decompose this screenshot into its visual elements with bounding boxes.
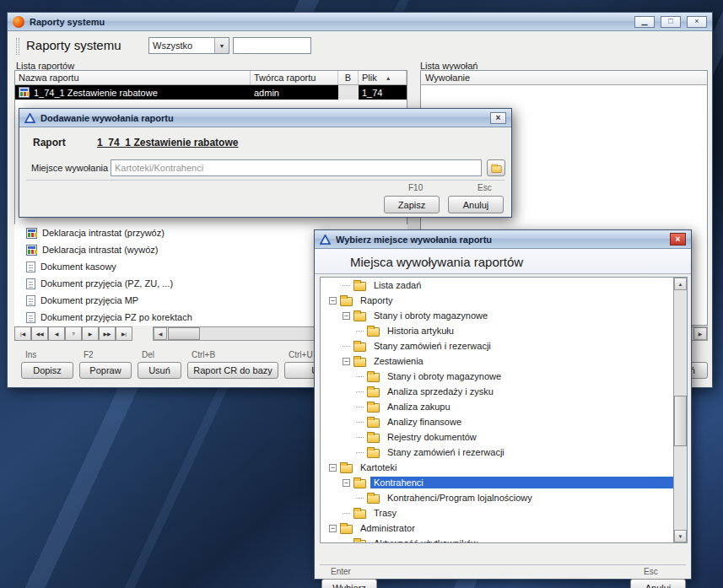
column-header-file[interactable]: Plik ▲	[359, 71, 407, 84]
cancel-button[interactable]: Anuluj	[630, 579, 686, 588]
action-report-cr-to-db: Ctrl+BRaport CR do bazy	[187, 350, 278, 379]
nav-help-button[interactable]: ?	[65, 326, 82, 341]
report-icon	[26, 228, 37, 239]
tree-node[interactable]: −Administrator	[321, 521, 675, 536]
tree-node[interactable]: −Raporty	[321, 293, 675, 308]
save-button[interactable]: Zapisz	[384, 196, 440, 213]
doc-icon	[26, 295, 35, 306]
close-icon[interactable]: ×	[670, 233, 686, 245]
tree-node[interactable]: Trasy	[321, 505, 675, 521]
report-row-label: Dokument przyjęcia (PZ, ZU, ...)	[40, 278, 173, 289]
browse-place-button[interactable]	[487, 159, 505, 176]
tree-node-label: Administrator	[357, 522, 418, 534]
vertical-scrollbar[interactable]: ▲ ▼	[673, 278, 687, 542]
add-call-dialog-body: Raport 1_74_1 Zestawienie rabatowe Miejs…	[19, 127, 511, 217]
tree-node[interactable]: Kontrahenci/Program lojalnościowy	[321, 490, 675, 505]
nav-prior-button[interactable]: ◀	[48, 326, 65, 341]
place-input[interactable]	[111, 159, 482, 176]
tree-node[interactable]: −Stany i obroty magazynowe	[321, 308, 675, 323]
tree-connector	[356, 498, 364, 499]
search-input[interactable]	[233, 37, 311, 54]
tree-node[interactable]: Analiza sprzedaży i zysku	[321, 384, 675, 399]
folder-icon	[340, 525, 353, 534]
maximize-icon[interactable]: □	[661, 16, 681, 28]
scroll-left-icon[interactable]: ◀	[154, 327, 167, 340]
tree-node[interactable]: Stany i obroty magazynowe	[321, 369, 675, 384]
folder-icon	[367, 373, 380, 382]
cancel-button[interactable]: Anuluj	[448, 196, 504, 213]
tree-node[interactable]: Aktywność użytkowników	[321, 536, 675, 543]
selected-row-name: 1_74_1 Zestawienie rabatowe	[34, 88, 158, 98]
add-call-dialog-footer: F10 Esc Zapisz Anuluj	[26, 180, 504, 217]
filter-dropdown[interactable]: Wszystko ▼	[148, 37, 229, 54]
tree-node[interactable]: Analiza zakupu	[321, 399, 675, 414]
save-shortcut-hint: F10	[408, 183, 423, 193]
delete-button[interactable]: Usuń	[138, 362, 181, 379]
column-header-creator[interactable]: Twórca raportu	[251, 71, 338, 84]
action-bar: InsDopiszF2PoprawDelUsuńCtrl+BRaport CR …	[21, 350, 360, 379]
tree-node[interactable]: Lista zadań	[321, 278, 675, 293]
minimize-icon[interactable]: ▁	[634, 16, 655, 28]
tree-node[interactable]: −Kartoteki	[321, 460, 675, 475]
nav-next-page-button[interactable]: ▶▶	[99, 326, 116, 341]
tree-node-label: Analiza sprzedaży i zysku	[384, 386, 497, 397]
column-header-name[interactable]: Nazwa raportu	[15, 71, 251, 84]
collapse-icon[interactable]: −	[343, 358, 350, 365]
toolbar-grip-icon[interactable]	[16, 38, 19, 55]
scrollbar-thumb[interactable]	[674, 396, 687, 446]
choose-place-dialog-titlebar[interactable]: Wybierz miejsce wywołania raportu ×	[315, 230, 691, 249]
folder-icon	[353, 343, 366, 352]
edit-button[interactable]: Popraw	[79, 362, 132, 379]
nav-spacer	[132, 326, 153, 341]
scrollbar-thumb[interactable]	[168, 327, 200, 340]
report-row-selected[interactable]: 1_74_1 Zestawienie rabatowe admin 1_74	[15, 85, 407, 100]
folder-icon	[367, 494, 380, 504]
collapse-icon[interactable]: −	[329, 297, 337, 305]
add-call-dialog-titlebar[interactable]: Dodawanie wywołania raportu ×	[19, 109, 511, 127]
tree-node[interactable]: Stany zamówień i rezerwacji	[321, 338, 675, 353]
collapse-icon[interactable]: −	[343, 479, 350, 487]
chevron-down-icon[interactable]: ▼	[214, 38, 229, 53]
filter-dropdown-value: Wszystko	[149, 40, 214, 51]
calls-column-header[interactable]: Wywołanie	[421, 71, 707, 85]
tree-node[interactable]: Historia artykułu	[321, 323, 675, 338]
nav-first-button[interactable]: |◀	[14, 326, 31, 341]
tree-node[interactable]: −Zestawienia	[321, 353, 675, 369]
place-tree: Lista zadań−Raporty−Stany i obroty magaz…	[321, 278, 675, 543]
collapse-icon[interactable]: −	[343, 312, 350, 320]
tree-node-label: Lista zadań	[370, 279, 424, 291]
nav-last-button[interactable]: ▶|	[116, 326, 132, 341]
doc-icon	[26, 262, 35, 272]
scroll-up-icon[interactable]: ▲	[674, 278, 687, 290]
nav-prior-page-button[interactable]: ◀◀	[31, 326, 48, 341]
tree-node-label: Stany i obroty magazynowe	[370, 310, 491, 321]
close-icon[interactable]: ×	[687, 16, 707, 28]
tree-node-label: Kontrahenci	[370, 477, 675, 488]
tree-connector	[343, 543, 350, 544]
scroll-down-icon[interactable]: ▼	[674, 530, 687, 542]
collapse-icon[interactable]: −	[329, 525, 337, 532]
sort-asc-icon: ▲	[386, 75, 391, 81]
nav-next-button[interactable]: ▶	[82, 326, 99, 341]
tree-node-label: Historia artykułu	[384, 325, 457, 337]
tree-connector	[356, 376, 364, 377]
folder-icon	[491, 165, 501, 173]
tree-node[interactable]: Rejestry dokumentów	[321, 429, 675, 445]
report-cr-to-db-button[interactable]: Raport CR do bazy	[187, 362, 278, 379]
tree-node-label: Stany i obroty magazynowe	[384, 370, 504, 382]
dialog-heading-bar: Miejsca wywoływania raportów	[315, 249, 691, 274]
close-icon[interactable]: ×	[490, 112, 506, 124]
main-window-titlebar[interactable]: Raporty systemu ▁ □ ×	[8, 13, 712, 31]
collapse-icon[interactable]: −	[329, 464, 337, 472]
tree-node-label: Stany zamówień i rezerwacji	[384, 446, 508, 458]
column-header-b[interactable]: B	[338, 71, 359, 84]
wapro-logo-icon	[24, 113, 35, 123]
add-button[interactable]: Dopisz	[21, 362, 73, 379]
report-row-label: Deklaracja intrastat (przywóz)	[42, 228, 165, 238]
scroll-right-icon[interactable]: ▶	[693, 327, 707, 340]
tree-node[interactable]: Analizy finansowe	[321, 414, 675, 429]
tree-node[interactable]: −Kontrahenci	[321, 475, 675, 490]
page-title: Raporty systemu	[26, 38, 121, 52]
tree-node[interactable]: Stany zamówień i rezerwacji	[321, 445, 675, 460]
select-button[interactable]: Wybierz	[321, 579, 377, 588]
